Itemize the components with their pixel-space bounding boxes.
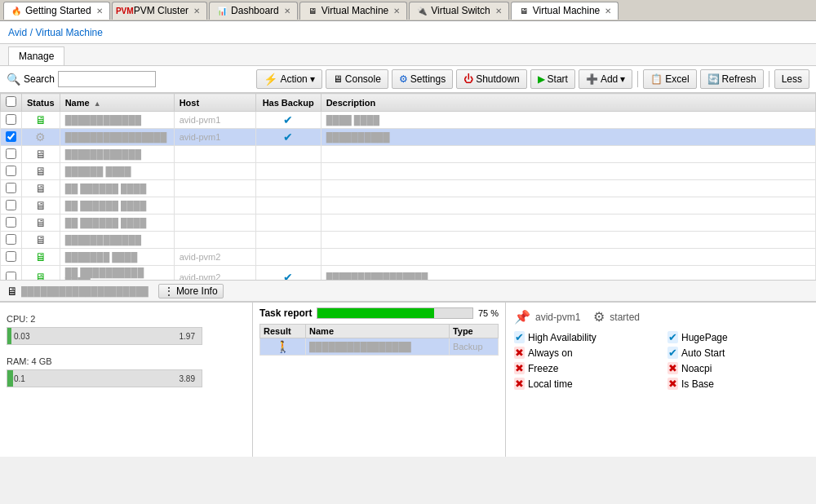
feature-item: ✖Freeze (514, 362, 654, 374)
row-checkbox[interactable] (6, 272, 16, 281)
vm-info-name: ████████████████████ (21, 286, 149, 296)
task-result-icon: 🚶 (260, 338, 306, 356)
excel-button[interactable]: 📋 Excel (643, 69, 696, 89)
task-report-label: Task report (259, 307, 312, 319)
table-row[interactable]: 🖥████████████ (1, 146, 816, 163)
feature-cross-icon: ✖ (667, 378, 678, 390)
more-info-dots: ⋮ (164, 285, 174, 297)
table-row[interactable]: 🖥██ ██████ ████ (1, 214, 816, 232)
action-button[interactable]: ⚡ Action ▾ (256, 69, 322, 89)
progress-bar (317, 307, 472, 319)
vm-table: Status Name ▲ Host Has Backup Descriptio… (0, 93, 816, 281)
row-checkbox[interactable] (6, 148, 16, 159)
col-header-name[interactable]: Name ▲ (60, 94, 174, 112)
row-status: 🖥 (22, 266, 60, 281)
tab-close-vm2[interactable]: ✕ (605, 7, 611, 15)
row-host: avid-pvm2 (174, 249, 255, 266)
row-description (321, 232, 815, 249)
add-button[interactable]: ➕ Add ▾ (579, 69, 632, 89)
task-type: Backup (449, 338, 498, 356)
row-description: ████ ████ (321, 112, 815, 129)
feature-label: Is Base (681, 378, 714, 390)
row-checkbox[interactable] (6, 114, 16, 125)
tab-virtual-machine-2[interactable]: 🖥 Virtual Machine ✕ (511, 2, 619, 20)
settings-button[interactable]: ⚙ Settings (392, 69, 453, 89)
host-name: avid-pvm1 (535, 312, 580, 323)
row-status: 🖥 (22, 163, 60, 180)
tab-getting-started[interactable]: 🔥 Getting Started ✕ (3, 2, 110, 20)
tab-close-dashboard[interactable]: ✕ (284, 7, 290, 15)
task-row[interactable]: 🚶 ████████████████ Backup (260, 338, 499, 356)
feature-label: Always on (528, 347, 573, 359)
col-header-status: Status (22, 94, 60, 112)
table-row[interactable]: 🖥██ ██████ ████ (1, 197, 816, 214)
ram-val-high: 3.89 (180, 374, 195, 383)
col-header-check[interactable] (1, 94, 22, 112)
feature-cross-icon: ✖ (514, 347, 525, 359)
task-table: Result Name Type 🚶 ████████████████ Back… (259, 324, 499, 356)
row-backup (255, 232, 321, 249)
row-checkbox[interactable] (6, 217, 16, 228)
feature-check-icon: ✔ (514, 331, 525, 343)
col-header-host[interactable]: Host (174, 94, 255, 112)
more-info-button[interactable]: ⋮ More Info (158, 284, 224, 298)
toolbar-separator-2 (769, 71, 769, 87)
table-row[interactable]: 🖥███████ ████avid-pvm2 (1, 249, 816, 266)
tab-virtual-switch[interactable]: 🔌 Virtual Switch ✕ (409, 2, 508, 20)
less-button[interactable]: Less (774, 69, 809, 89)
breadcrumb: Avid / Virtual Machine (8, 26, 103, 38)
table-row[interactable]: 🖥████████████avid-pvm1✔████ ████ (1, 112, 816, 129)
console-icon: 🖥 (333, 73, 343, 85)
table-row[interactable]: 🖥████████████ (1, 232, 816, 249)
table-row[interactable]: 🖥██ ██████ ████ (1, 180, 816, 197)
table-row[interactable]: ⚙████████████████avid-pvm1✔██████████ (1, 129, 816, 146)
tab-manage[interactable]: Manage (8, 46, 64, 65)
search-icon: 🔍 (7, 73, 20, 86)
right-panel: 📌 avid-pvm1 ⚙ started ✔High Availability… (506, 303, 816, 457)
row-host (174, 163, 255, 180)
table-row[interactable]: 🖥██████ ████ (1, 163, 816, 180)
ram-val-low: 0.1 (14, 374, 25, 383)
row-backup (255, 163, 321, 180)
tab-virtual-machine-1[interactable]: 🖥 Virtual Machine ✕ (299, 2, 408, 20)
excel-icon: 📋 (650, 73, 663, 85)
tab-pvm-cluster[interactable]: PVM PVM Cluster ✕ (112, 2, 207, 20)
row-checkbox[interactable] (6, 131, 16, 142)
vm-host-row: 📌 avid-pvm1 ⚙ started (514, 309, 808, 325)
tab-close-vswitch[interactable]: ✕ (495, 7, 502, 15)
row-status: 🖥 (22, 232, 60, 249)
row-host (174, 214, 255, 232)
row-backup (255, 197, 321, 214)
cpu-label: CPU: 2 (7, 314, 246, 324)
search-input[interactable] (58, 71, 156, 87)
row-checkbox[interactable] (6, 200, 16, 210)
task-name: ████████████████ (306, 338, 450, 356)
tab-close-getting-started[interactable]: ✕ (96, 7, 103, 15)
refresh-button[interactable]: 🔄 Refresh (700, 69, 764, 89)
tab-close-pvm[interactable]: ✕ (193, 7, 200, 15)
row-checkbox[interactable] (6, 251, 16, 262)
select-all-checkbox[interactable] (6, 96, 16, 107)
feature-label: Auto Start (681, 347, 725, 359)
row-status: 🖥 (22, 214, 60, 232)
row-checkbox[interactable] (6, 234, 16, 245)
shutdown-button[interactable]: ⏻ Shutdown (456, 69, 526, 89)
row-description (321, 249, 815, 266)
feature-grid: ✔High Availability✔HugePage✖Always on✔Au… (514, 331, 808, 390)
running-icon: 🚶 (276, 340, 290, 353)
table-row[interactable]: 🖥██ ██████████ ████avid-pvm2✔███████████… (1, 266, 816, 281)
feature-item: ✔Auto Start (667, 347, 808, 359)
progress-bar-fill (317, 308, 433, 318)
tab-close-vm1[interactable]: ✕ (393, 7, 400, 15)
row-checkbox[interactable] (6, 183, 16, 193)
start-button[interactable]: ▶ Start (530, 69, 575, 89)
console-button[interactable]: 🖥 Console (326, 69, 388, 89)
row-checkbox[interactable] (6, 166, 16, 176)
row-description (321, 146, 815, 163)
task-col-result: Result (260, 325, 306, 338)
col-header-description[interactable]: Description (321, 94, 815, 112)
sort-arrow-name: ▲ (94, 99, 101, 108)
tab-dashboard[interactable]: 📊 Dashboard ✕ (209, 2, 298, 20)
vm-status: started (610, 312, 640, 323)
col-header-backup[interactable]: Has Backup (255, 94, 321, 112)
